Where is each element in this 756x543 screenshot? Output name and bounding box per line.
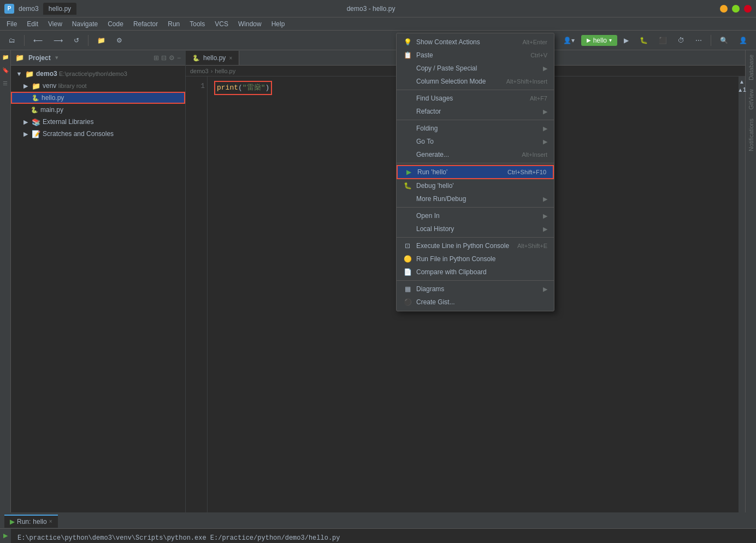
toolbar-run-btn[interactable]: ▶ — [619, 34, 633, 46]
tree-item-hello-py[interactable]: 🐍 hello.py — [11, 92, 185, 104]
ctx-debug-hello[interactable]: 🐛 Debug 'hello' — [397, 179, 554, 192]
project-ctrl-expand[interactable]: ⊟ — [161, 54, 167, 62]
ctx-copy-paste-special[interactable]: Copy / Paste Special ▶ — [397, 62, 554, 75]
breadcrumb-project[interactable]: demo3 — [190, 68, 209, 74]
menu-tools[interactable]: Tools — [185, 19, 209, 29]
sidebar-bookmarks-icon[interactable]: 🔖 — [1, 66, 10, 74]
sidebar-structure-icon[interactable]: ☰ — [1, 79, 10, 87]
main-layout: 📁 🔖 ☰ 📁 Project ▾ ⊞ ⊟ ⚙ − ▼ 📁 demo3 E:\p… — [0, 50, 756, 512]
editor-scrollbar[interactable]: ▲ ▲1 — [739, 76, 745, 512]
local-history-submenu-arrow: ▶ — [543, 226, 547, 233]
debug-icon: 🐛 — [403, 182, 412, 190]
menu-code[interactable]: Code — [103, 19, 128, 29]
menu-file[interactable]: File — [2, 19, 21, 29]
line-numbers: 1 — [186, 76, 208, 512]
bottom-tab-run[interactable]: ▶ Run: hello × — [4, 515, 58, 528]
ctx-folding[interactable]: Folding ▶ — [397, 122, 554, 135]
scroll-indicator: ▲ — [739, 79, 745, 85]
project-name: demo3 — [19, 5, 39, 13]
ctx-run-hello[interactable]: ▶ Run 'hello' Ctrl+Shift+F10 — [397, 165, 554, 179]
ctx-sep-6 — [397, 280, 554, 281]
ctx-execute-line-python[interactable]: ⊡ Execute Line in Python Console Alt+Shi… — [397, 239, 554, 252]
code-paren-open: ( — [238, 84, 243, 92]
project-header: 📁 Project ▾ ⊞ ⊟ ⚙ − — [11, 50, 185, 66]
toolbar-account-btn[interactable]: 👤▾ — [559, 34, 579, 46]
bl-run-icon[interactable]: ▶ — [1, 531, 10, 540]
project-tree: ▼ 📁 demo3 E:\practice\python\demo3 ▶ 📁 v… — [11, 66, 185, 512]
run-file-icon: 🟡 — [403, 255, 412, 263]
close-btn[interactable] — [744, 5, 752, 13]
run-config-dropdown-icon: ▾ — [609, 37, 612, 43]
sidebar-gitview-label[interactable]: GitView — [746, 85, 756, 114]
ctx-goto[interactable]: Go To ▶ — [397, 135, 554, 148]
project-ctrl-settings[interactable]: ⚙ — [169, 54, 175, 62]
ctx-run-file-python[interactable]: 🟡 Run File in Python Console — [397, 252, 554, 265]
ctx-create-gist[interactable]: ⚫ Create Gist... — [397, 296, 554, 309]
breadcrumb-file[interactable]: hello.py — [215, 68, 235, 74]
toolbar-project-icon[interactable]: 🗂 — [4, 34, 20, 46]
menu-view[interactable]: View — [44, 19, 67, 29]
sidebar-notifications-label[interactable]: Notifications — [746, 114, 756, 156]
tree-item-venv[interactable]: ▶ 📁 venv library root — [11, 80, 185, 92]
menu-run[interactable]: Run — [163, 19, 184, 29]
ctx-column-selection[interactable]: Column Selection Mode Alt+Shift+Insert — [397, 75, 554, 88]
toolbar-user-btn[interactable]: 👤 — [735, 34, 752, 46]
project-ctrl-collapse[interactable]: ⊞ — [153, 54, 159, 62]
run-config-label: hello — [593, 37, 607, 44]
menu-help[interactable]: Help — [267, 19, 290, 29]
ctx-sep-5 — [397, 237, 554, 238]
ctx-show-context-actions[interactable]: 💡 Show Context Actions Alt+Enter — [397, 36, 554, 49]
toolbar-more-btn[interactable]: ⋯ — [691, 34, 706, 46]
ctx-paste[interactable]: 📋 Paste Ctrl+V — [397, 49, 554, 62]
maximize-btn[interactable] — [732, 5, 740, 13]
goto-submenu-arrow: ▶ — [543, 138, 547, 145]
tree-item-demo3[interactable]: ▼ 📁 demo3 E:\practice\python\demo3 — [11, 68, 185, 80]
toolbar-search-btn[interactable]: 🔍 — [716, 34, 733, 46]
diagrams-submenu-arrow: ▶ — [543, 286, 547, 293]
toolbar-btn-4[interactable]: 📁 — [93, 34, 110, 46]
toolbar-profile-btn[interactable]: ⏱ — [674, 34, 689, 46]
toolbar-separator-1 — [24, 35, 25, 46]
minimize-btn[interactable] — [720, 5, 728, 13]
menu-navigate[interactable]: Navigate — [68, 19, 102, 29]
paste-icon: 📋 — [403, 51, 412, 59]
ctx-find-usages[interactable]: Find Usages Alt+F7 — [397, 92, 554, 105]
window-controls — [720, 5, 752, 13]
toolbar-btn-1[interactable]: ⟵ — [29, 34, 47, 46]
sidebar-project-icon[interactable]: 📁 — [1, 52, 10, 61]
menu-vcs[interactable]: VCS — [210, 19, 233, 29]
toolbar-debug-btn[interactable]: 🐛 — [635, 34, 652, 46]
menu-refactor[interactable]: Refactor — [129, 19, 162, 29]
tab-close-btn[interactable]: × — [229, 55, 232, 61]
toolbar-btn-3[interactable]: ↺ — [69, 34, 84, 46]
ctx-sep-3 — [397, 163, 554, 163]
toolbar-btn-5[interactable]: ⚙ — [112, 34, 127, 46]
toolbar-separator-3 — [711, 35, 711, 46]
tree-item-main-py[interactable]: 🐍 main.py — [11, 104, 185, 116]
toolbar-coverage-btn[interactable]: ⬛ — [654, 34, 671, 46]
menu-edit[interactable]: Edit — [22, 19, 43, 29]
tree-item-external-libs[interactable]: ▶ 📚 External Libraries — [11, 116, 185, 128]
context-actions-icon: 💡 — [403, 38, 412, 46]
ctx-open-in[interactable]: Open In ▶ — [397, 209, 554, 222]
ctx-compare-clipboard[interactable]: 📄 Compare with Clipboard — [397, 265, 554, 279]
ctx-diagrams[interactable]: ▦ Diagrams ▶ — [397, 282, 554, 296]
python-file-icon-2: 🐍 — [31, 107, 38, 114]
toolbar-btn-2[interactable]: ⟶ — [49, 34, 67, 46]
ctx-refactor[interactable]: Refactor ▶ — [397, 105, 554, 118]
ctx-local-history[interactable]: Local History ▶ — [397, 222, 554, 235]
bottom-tab-run-close[interactable]: × — [49, 518, 52, 524]
ctx-generate[interactable]: Generate... Alt+Insert — [397, 148, 554, 161]
editor-tab-hello-py[interactable]: 🐍 hello.py × — [186, 51, 239, 65]
toolbar-separator-2 — [88, 35, 88, 46]
toolbar-run-config-btn[interactable]: ▶ hello ▾ — [581, 35, 617, 46]
menu-window[interactable]: Window — [234, 19, 266, 29]
tree-item-scratches[interactable]: ▶ 📝 Scratches and Consoles — [11, 128, 185, 140]
ctx-more-run-debug[interactable]: More Run/Debug ▶ — [397, 192, 554, 205]
goto-label: Go To — [416, 138, 539, 145]
terminal-area: E:\practice\python\demo3\venv\Scripts\py… — [11, 529, 756, 543]
sidebar-database-label[interactable]: Database — [746, 50, 756, 85]
project-ctrl-close[interactable]: − — [177, 54, 181, 62]
folding-submenu-arrow: ▶ — [543, 125, 547, 132]
code-function: print — [217, 84, 238, 92]
